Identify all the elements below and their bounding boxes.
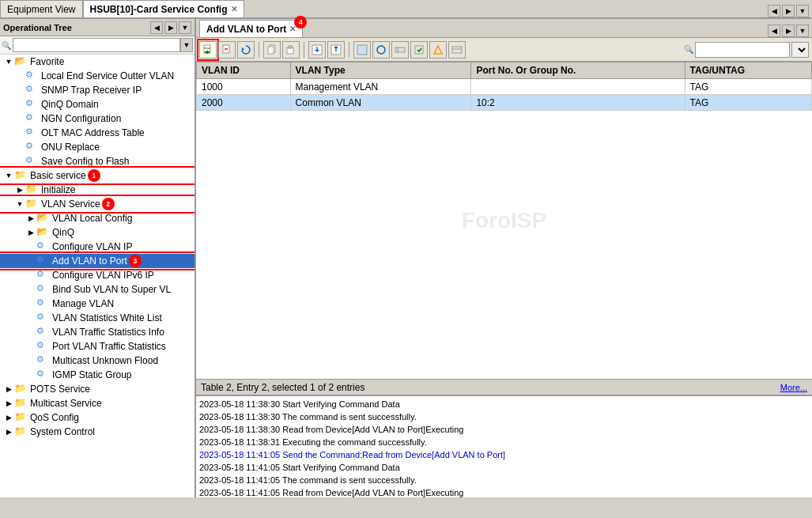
leaf-icon: ⚙ — [36, 326, 49, 338]
btn1[interactable] — [353, 41, 371, 59]
tree-label-onu-replace: ONU Replace — [41, 142, 100, 153]
delete-icon — [221, 44, 232, 55]
right-prev-tab-button[interactable]: ◀ — [768, 25, 780, 37]
expand-icon: ▶ — [3, 414, 14, 422]
tab-close-icon[interactable]: ✕ — [231, 5, 237, 13]
table-row[interactable]: 1000 Management VLAN TAG — [197, 79, 812, 95]
tree-item-favorite[interactable]: ▼📂Favorite — [0, 55, 195, 69]
tree-item-save-config[interactable]: ⚙Save Config to Flash — [0, 154, 195, 168]
tree-item-add-vlan-to-port[interactable]: ⚙Add VLAN to Port3 — [0, 254, 195, 268]
tree-item-initialize[interactable]: ▶📁Initialize — [0, 183, 195, 197]
tree-label-multicast-unknown: Multicast Unknown Flood — [52, 355, 158, 366]
operational-tree-header: Operational Tree ◀ ▶ ▼ — [0, 19, 195, 36]
leaf-icon: ⚙ — [25, 84, 38, 96]
right-tab-bar: Add VLAN to Port 4 ✕ ◀ ▶ ▼ — [196, 19, 812, 38]
tree-item-basic-service[interactable]: ▼📁Basic service1 — [0, 168, 195, 183]
next-tab-button[interactable]: ▶ — [782, 5, 795, 17]
leaf-icon: ⚙ — [25, 112, 38, 125]
new-button[interactable] — [199, 41, 217, 59]
btn3-icon — [395, 44, 406, 55]
tree-item-configure-vlan-ip[interactable]: ⚙Configure VLAN IP — [0, 240, 195, 254]
log-line: 2023-05-18 11:41:05 Read from Device[Add… — [199, 486, 809, 497]
right-tab-menu-button[interactable]: ▼ — [796, 25, 809, 37]
tree-item-port-vlan-traffic[interactable]: ⚙Port VLAN Traffic Statistics — [0, 339, 195, 354]
btn4[interactable] — [410, 41, 428, 59]
tree-item-pots-service[interactable]: ▶📁POTS Service — [0, 382, 195, 396]
tab-equipment-view[interactable]: Equipment View — [0, 0, 83, 17]
leaf-icon: ⚙ — [25, 155, 38, 168]
table-search-dropdown[interactable] — [791, 42, 809, 58]
svg-rect-8 — [268, 47, 274, 54]
tree-item-vlan-local-config[interactable]: ▶📂VLAN Local Config — [0, 211, 195, 225]
expand-icon: ▶ — [3, 399, 14, 407]
btn2[interactable] — [372, 41, 390, 59]
tree-prev-button[interactable]: ◀ — [150, 21, 163, 34]
tree-search-input[interactable] — [13, 38, 180, 52]
delete-button[interactable] — [218, 41, 236, 59]
svg-rect-23 — [452, 47, 462, 53]
search-dropdown-button[interactable]: ▼ — [180, 38, 193, 52]
prev-tab-button[interactable]: ◀ — [768, 5, 780, 17]
refresh-button[interactable] — [237, 41, 255, 59]
tree-item-bind-sub-vlan[interactable]: ⚙Bind Sub VLAN to Super VL — [0, 282, 195, 297]
tab-menu-button[interactable]: ▼ — [796, 5, 809, 17]
tree-label-vlan-traffic-info: VLAN Traffic Statistics Info — [52, 327, 164, 338]
tree-item-vlan-stats-white[interactable]: ⚙VLAN Statistics White List — [0, 311, 195, 325]
copy-button[interactable] — [263, 41, 281, 59]
tab-card-service-label: HSUB[10]-Card Service Config — [90, 4, 228, 15]
right-next-tab-button[interactable]: ▶ — [782, 25, 795, 37]
left-panel: Operational Tree ◀ ▶ ▼ 🔍 ▼ ▼📂Favorite ⚙L… — [0, 19, 196, 497]
leaf-icon: ⚙ — [25, 127, 38, 139]
tree-label-multicast-service: Multicast Service — [30, 398, 102, 409]
table-row[interactable]: 2000 Common VLAN 10:2 TAG — [197, 95, 812, 111]
export-button[interactable] — [327, 41, 345, 59]
btn6[interactable] — [448, 41, 466, 59]
vlan-table: VLAN ID VLAN Type Port No. Or Group No. … — [196, 62, 812, 111]
import-button[interactable] — [308, 41, 326, 59]
tree-next-button[interactable]: ▶ — [164, 21, 177, 34]
paste-button[interactable] — [282, 41, 300, 59]
tree-item-qos-config[interactable]: ▶📁QoS Config — [0, 410, 195, 425]
cell-vlan-type: Common VLAN — [290, 95, 471, 111]
tree-item-onu-replace[interactable]: ⚙ONU Replace — [0, 140, 195, 154]
btn5[interactable] — [429, 41, 447, 59]
more-button[interactable]: More... — [780, 383, 807, 392]
tree-label-vlan-stats-white: VLAN Statistics White List — [52, 312, 162, 323]
expand-icon: ▶ — [3, 385, 14, 393]
search-icon: 🔍 — [2, 41, 11, 50]
tree-item-configure-vlan-ipv6[interactable]: ⚙Configure VLAN IPv6 IP — [0, 268, 195, 282]
tree-item-ngn[interactable]: ⚙NGN Configuration — [0, 112, 195, 126]
operational-tree-title: Operational Tree — [3, 23, 72, 32]
tree-label-ngn: NGN Configuration — [41, 113, 121, 124]
leaf-icon: ⚙ — [36, 340, 49, 353]
col-tag-untag: TAG/UNTAG — [685, 62, 811, 79]
log-line: 2023-05-18 11:38:30 Start Verifying Comm… — [199, 398, 809, 410]
folder-icon: 📂 — [14, 55, 27, 68]
svg-rect-21 — [415, 46, 423, 54]
tree-item-qinq[interactable]: ▶📂QinQ — [0, 225, 195, 240]
tree-item-igmp-static[interactable]: ⚙IGMP Static Group — [0, 368, 195, 382]
table-search-input[interactable] — [695, 42, 790, 58]
btn3[interactable] — [391, 41, 409, 59]
tab-card-service-config[interactable]: HSUB[10]-Card Service Config ✕ — [83, 0, 244, 17]
tree-item-vlan-service[interactable]: ▼📁VLAN Service2 — [0, 197, 195, 211]
badge-vlan-service: 2 — [102, 198, 115, 210]
tree-menu-button[interactable]: ▼ — [179, 21, 191, 34]
tree-item-local-end[interactable]: ⚙Local End Service Outter VLAN — [0, 69, 195, 83]
folder-icon: 📁 — [25, 183, 38, 196]
tree-item-qinq-domain[interactable]: ⚙QinQ Domain — [0, 97, 195, 112]
app-tab-bar: Equipment View HSUB[10]-Card Service Con… — [0, 0, 812, 19]
tree-item-manage-vlan[interactable]: ⚙Manage VLAN — [0, 297, 195, 311]
cell-vlan-type: Management VLAN — [290, 79, 471, 95]
tree-item-olt-mac[interactable]: ⚙OLT MAC Address Table — [0, 126, 195, 140]
tree-item-system-control[interactable]: ▶📁System Control — [0, 425, 195, 439]
right-panel: Add VLAN to Port 4 ✕ ◀ ▶ ▼ — [196, 19, 812, 497]
tree-item-multicast-unknown[interactable]: ⚙Multicast Unknown Flood — [0, 354, 195, 368]
add-vlan-to-port-tab[interactable]: Add VLAN to Port 4 ✕ — [199, 20, 303, 37]
tree-label-bind-sub-vlan: Bind Sub VLAN to Super VL — [52, 284, 171, 295]
tree-item-vlan-traffic-info[interactable]: ⚙VLAN Traffic Statistics Info — [0, 325, 195, 339]
table-search-area: 🔍 — [684, 42, 809, 58]
tree-item-multicast-service[interactable]: ▶📁Multicast Service — [0, 396, 195, 410]
tree-label-pots-service: POTS Service — [30, 384, 90, 395]
tree-item-snmp[interactable]: ⚙SNMP Trap Receiver IP — [0, 83, 195, 97]
